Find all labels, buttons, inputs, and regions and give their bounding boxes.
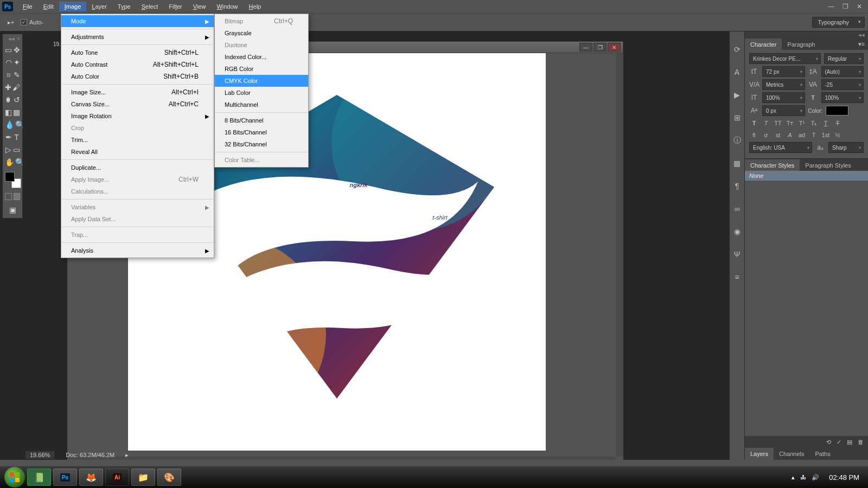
menu-image[interactable]: Image [59,2,87,11]
font-size-field[interactable]: 72 px [762,66,805,77]
kerning-field[interactable]: Metrics [762,79,805,90]
titling-button[interactable]: T [809,130,819,140]
contextual-button[interactable]: σ [761,130,771,140]
doc-minimize-button[interactable]: — [579,43,592,52]
allcaps-button[interactable]: TT [773,118,783,128]
type-tool[interactable]: T [13,131,20,143]
discretionary-button[interactable]: st [773,130,783,140]
menu-item-trim[interactable]: Trim... [61,134,214,146]
quickmask-toggle[interactable] [5,193,20,200]
tab-character[interactable]: Character [745,38,782,50]
hscale-field[interactable]: 100% [821,92,864,103]
blur-tool[interactable]: 💧 [5,119,14,131]
glyphs-icon[interactable]: ∞ [732,204,742,214]
pen-tool[interactable]: ✒ [5,131,12,143]
clone-stamp-tool[interactable]: ⧯ [5,94,12,106]
workspace-switcher[interactable]: Typography [812,17,865,28]
hand-tool[interactable]: ✋ [5,156,14,168]
menu-item-image-size[interactable]: Image Size...Alt+Ctrl+I [61,86,214,98]
screen-mode-button[interactable]: ▣ [5,204,20,216]
tray-network-icon[interactable]: 🖧 [800,474,806,480]
menu-edit[interactable]: Edit [38,2,59,11]
menu-item-duplicate[interactable]: Duplicate... [61,162,214,174]
history-icon[interactable]: ⟳ [732,44,742,54]
character-icon[interactable]: A [732,67,742,77]
menu-item-mode[interactable]: Mode▶ [61,15,214,27]
menu-type[interactable]: Type [112,2,136,11]
brush-tool[interactable]: 🖌 [12,81,20,93]
menu-item-auto-tone[interactable]: Auto ToneShift+Ctrl+L [61,47,214,59]
doc-maximize-button[interactable]: ❐ [593,43,607,52]
paragraph-icon[interactable]: ¶ [732,181,742,191]
path-selection-tool[interactable]: ▷ [5,144,12,156]
menu-help[interactable]: Help [244,2,267,11]
menu-item-auto-color[interactable]: Auto ColorShift+Ctrl+B [61,70,214,82]
status-arrow-icon[interactable]: ▸ [125,452,129,459]
color-swatches[interactable] [5,172,21,188]
new-style-button[interactable]: ▤ [847,439,852,446]
superscript-button[interactable]: T¹ [797,118,807,128]
close-button[interactable]: ✕ [853,2,866,11]
baseline-field[interactable]: 0 px [762,105,805,116]
font-family-field[interactable]: Krinkes Decor PE... [749,53,821,64]
crop-tool[interactable]: ⌗ [5,69,12,81]
tab-layers[interactable]: Layers [745,448,774,460]
menu-item-multichannel[interactable]: Multichannel [215,99,308,111]
menu-item-cmyk-color[interactable]: CMYK Color [215,75,308,87]
tab-paragraph[interactable]: Paragraph [782,38,820,50]
menu-item-canvas-size[interactable]: Canvas Size...Alt+Ctrl+C [61,98,214,110]
menu-item-rgb-color[interactable]: RGB Color [215,63,308,75]
eraser-tool[interactable]: ◧ [5,106,12,118]
antialiasing-field[interactable]: Sharp [828,142,864,153]
menu-item-16-bits-channel[interactable]: 16 Bits/Channel [215,126,308,138]
tab-paragraph-styles[interactable]: Paragraph Styles [800,159,856,171]
play-icon[interactable]: ▶ [732,90,742,100]
cc-icon[interactable]: ◉ [732,227,742,236]
history-brush-tool[interactable]: ↺ [13,94,20,106]
menu-item-8-bits-channel[interactable]: 8 Bits/Channel [215,114,308,126]
clear-override-button[interactable]: ⟲ [826,439,831,446]
swash-button[interactable]: A [785,130,795,140]
start-button[interactable] [4,467,25,487]
taskbar-photoshop[interactable]: Ps [53,468,77,486]
menu-item-image-rotation[interactable]: Image Rotation▶ [61,110,214,122]
adjustments-icon[interactable]: ≡ [732,272,742,282]
bold-button[interactable]: T [749,118,759,128]
eyedropper-tool[interactable]: ✎ [13,69,20,81]
underline-button[interactable]: T [821,118,831,128]
taskbar-explorer[interactable]: 📁 [131,468,155,486]
menu-window[interactable]: Window [211,2,243,11]
taskbar-app-1[interactable]: 📗 [27,468,51,486]
ordinals-button[interactable]: 1st [821,130,831,140]
taskbar-illustrator[interactable]: Ai [105,468,129,486]
menu-item-grayscale[interactable]: Grayscale [215,27,308,39]
move-tool[interactable]: ✥ [13,44,20,56]
tracking-field[interactable]: -25 [821,79,864,90]
menu-layer[interactable]: Layer [86,2,112,11]
language-field[interactable]: English: USA [749,142,812,153]
stylistic-button[interactable]: ad [797,130,807,140]
vertical-scrollbar[interactable] [616,53,623,457]
style-none-row[interactable]: None [745,171,868,181]
menu-item-adjustments[interactable]: Adjustments▶ [61,31,214,43]
vscale-field[interactable]: 100% [762,92,805,103]
auto-select-checkbox[interactable]: ✓ Auto- [21,19,43,25]
italic-button[interactable]: T [761,118,771,128]
doc-close-button[interactable]: ✕ [608,43,621,52]
menu-filter[interactable]: Filter [163,2,187,11]
smallcaps-button[interactable]: Tᴛ [785,118,795,128]
menu-item-lab-color[interactable]: Lab Color [215,87,308,99]
menu-item-indexed-color[interactable]: Indexed Color... [215,51,308,63]
menu-item-auto-contrast[interactable]: Auto ContrastAlt+Shift+Ctrl+L [61,59,214,70]
clock[interactable]: 02:48 PM [825,473,864,481]
menu-item-32-bits-channel[interactable]: 32 Bits/Channel [215,138,308,150]
swatches-icon[interactable]: ⊞ [732,113,742,123]
tray-volume-icon[interactable]: 🔊 [812,474,819,481]
tray-expand-icon[interactable]: ▴ [792,474,795,481]
marquee-tool[interactable]: ▭ [5,44,12,56]
taskbar-paint[interactable]: 🎨 [157,468,181,486]
minimize-button[interactable]: — [825,2,838,11]
text-color-swatch[interactable] [826,106,848,115]
shape-tool[interactable]: ▭ [13,144,20,156]
taskbar-firefox[interactable]: 🦊 [79,468,103,486]
